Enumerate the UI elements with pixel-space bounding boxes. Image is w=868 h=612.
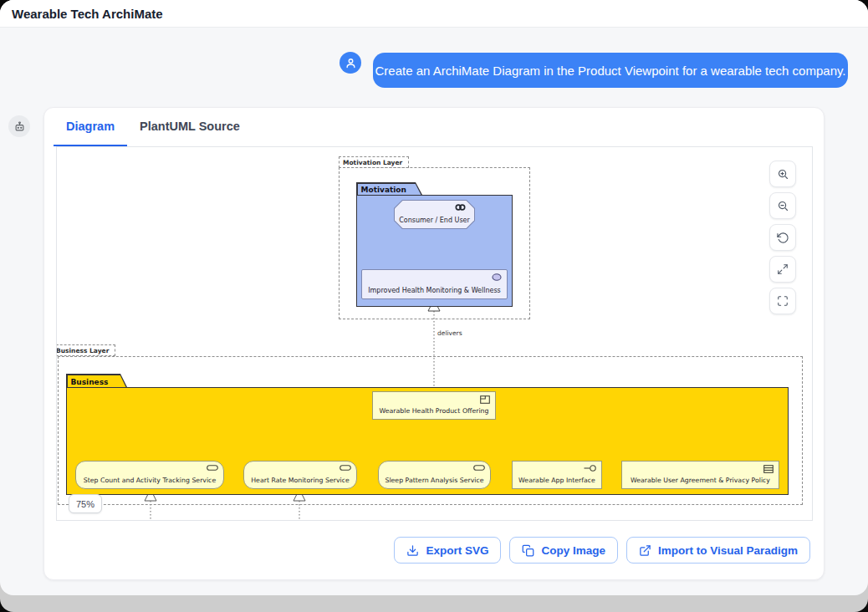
export-svg-button[interactable]: Export SVG [394,537,501,564]
zoom-out-icon [777,200,789,212]
zoom-in-icon [777,168,789,181]
contract-icon [763,465,774,473]
download-icon [406,544,419,557]
assistant-avatar [8,115,30,137]
app-surface: Wearable Tech ArchiMate Create an ArchiM… [0,0,868,595]
robot-icon [13,120,26,133]
reset-view-icon [777,232,789,244]
zoom-in-button[interactable] [769,161,796,187]
goal-improved-health: Improved Health Monitoring & Wellness [361,269,508,299]
user-icon [345,57,357,69]
page-title: Wearable Tech ArchiMate [12,7,163,21]
external-link-icon [639,544,651,557]
interface-wearable-app: Wearable App Interface [512,461,602,489]
product-icon [480,395,490,404]
stakeholder-consumer: Consumer / End User [394,200,475,229]
reset-view-button[interactable] [769,224,796,251]
title-bar: Wearable Tech ArchiMate [0,0,868,28]
fullscreen-button[interactable] [769,288,796,314]
diagram-viewport[interactable]: seeks delivers composed of composed of c… [56,146,813,521]
fullscreen-icon [777,295,789,307]
copy-icon [522,544,534,557]
footer-actions: Export SVG Copy Image Import to Visual P… [394,537,810,564]
chat-message-text: Create an ArchiMate Diagram in the Produ… [375,64,845,78]
tab-plantuml-source[interactable]: PlantUML Source [127,108,253,146]
expand-button[interactable] [769,256,796,283]
business-layer-tab: Business Layer [56,344,115,356]
edge-label-realizes-2: realizes [289,519,314,520]
app-window: Wearable Tech ArchiMate Create an ArchiM… [0,0,868,612]
chat-message-bubble: Create an ArchiMate Diagram in the Produ… [373,53,848,88]
edge-label-delivers: delivers [437,329,462,337]
service-sleep-pattern: Sleep Pattern Analysis Service [378,461,491,489]
diagram-canvas: seeks delivers composed of composed of c… [57,147,812,520]
stakeholder-icon [455,204,466,211]
service-step-count: Step Count and Activity Tracking Service [75,461,224,489]
tab-bar: Diagram PlantUML Source [54,108,253,146]
goal-icon [492,273,502,281]
motivation-layer-tab: Motivation Layer [339,156,409,168]
zoom-level-badge: 75% [69,494,102,513]
business-service-icon [473,465,485,471]
business-service-icon [207,465,218,471]
viewer-controls [769,161,796,314]
zoom-out-button[interactable] [769,192,796,219]
edge-label-realizes-1: realizes [140,519,165,520]
diagram-card: Diagram PlantUML Source [43,107,825,580]
expand-icon [777,263,789,275]
tab-diagram[interactable]: Diagram [54,108,127,146]
contract-user-agreement: Wearable User Agreement & Privacy Policy [621,461,779,489]
service-heart-rate: Heart Rate Monitoring Service [243,461,357,489]
business-service-icon [340,465,351,471]
import-visual-paradigm-button[interactable]: Import to Visual Paradigm [626,537,810,564]
product-node: Wearable Health Product Offering [372,391,496,420]
copy-image-button[interactable]: Copy Image [509,537,618,564]
user-avatar [340,52,361,74]
interface-icon [584,465,596,472]
